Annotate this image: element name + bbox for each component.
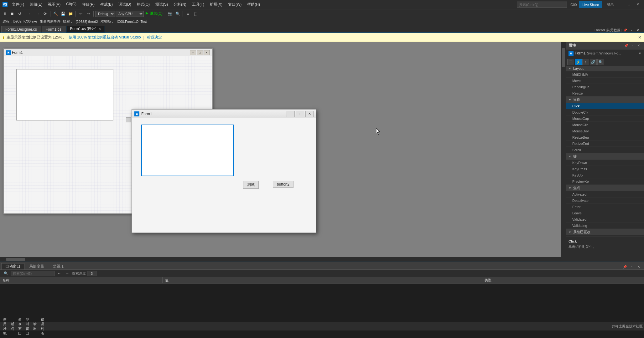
runtime-textbox[interactable] [141, 125, 234, 176]
commandwindow-button[interactable]: 命令窗口 [16, 323, 23, 330]
search-icon-bottom[interactable]: 🔍 [3, 270, 9, 277]
prop-previewke[interactable]: PreviewKe [566, 178, 644, 185]
prop-resizebeg[interactable]: ResizeBeg [566, 134, 644, 141]
properties-pin-button[interactable]: 📌 [623, 43, 629, 49]
bottom-close-button[interactable]: ✕ [636, 264, 641, 269]
menu-help[interactable]: 帮助(H) [245, 1, 262, 8]
section-header-keys[interactable]: ▼ 键 [566, 153, 644, 160]
menu-git[interactable]: Git(G) [64, 1, 79, 8]
maximize-button[interactable]: □ [625, 2, 633, 8]
thread-panel-close[interactable]: ✕ [635, 28, 640, 33]
redo-button[interactable]: ↪ [85, 10, 92, 17]
form1-runtime-window[interactable]: ▣ Form1 ─ □ ✕ 测试 button2 [132, 109, 316, 233]
menu-format[interactable]: 格式(O) [134, 1, 152, 8]
thread-panel-pin[interactable]: 📌 [623, 28, 628, 33]
undo-button[interactable]: ↩ [77, 10, 84, 17]
bottom-tab-localvars[interactable]: 局部变量 [25, 263, 48, 269]
prop-resize[interactable]: Resize [566, 90, 644, 96]
form1-designer-checkbox[interactable] [126, 117, 131, 122]
menu-tools[interactable]: 工具(T) [190, 1, 207, 8]
prop-move[interactable]: Move [566, 78, 644, 84]
info-close-button[interactable]: ✕ [638, 35, 641, 40]
properties-tab-sort[interactable]: ↕ [582, 59, 589, 65]
prop-activated[interactable]: Activated [566, 191, 644, 197]
menu-file[interactable]: 文件(F) [9, 1, 27, 8]
properties-tab-properties[interactable]: 🔗 [590, 59, 597, 65]
minimize-button[interactable]: − [616, 2, 624, 8]
prop-paddingch[interactable]: PaddingCh [566, 84, 644, 90]
prop-enter[interactable]: Enter [566, 204, 644, 210]
bottom-tab-watch1[interactable]: 监视 1 [49, 263, 68, 269]
prop-deactivate[interactable]: Deactivate [566, 197, 644, 204]
callstack-button[interactable]: 调用堆栈 [1, 323, 8, 330]
bottom-pin-button[interactable]: 📌 [622, 264, 628, 269]
form1-runtime-minimize[interactable]: ─ [287, 111, 295, 117]
build-button[interactable]: 🔨 [52, 10, 59, 17]
menu-analyze[interactable]: 分析(N) [171, 1, 189, 8]
indent-button[interactable]: ⬚ [192, 10, 199, 17]
prop-keyup[interactable]: KeyUp [566, 172, 644, 178]
search-depth-input[interactable] [87, 271, 96, 276]
snapshot-button[interactable]: 📷 [167, 10, 174, 17]
back-button[interactable]: ← [27, 10, 34, 17]
tab-form1-designer-cs[interactable]: Form1.Designer.cs [1, 26, 41, 33]
section-header-layout[interactable]: ▼ Layout [566, 66, 644, 71]
form1-designer-minimize[interactable]: ─ [190, 50, 196, 55]
prop-keydown[interactable]: KeyDown [566, 160, 644, 166]
prop-validating[interactable]: Validating [566, 223, 644, 229]
properties-tab-search[interactable]: 🔍 [597, 59, 604, 65]
menu-debug[interactable]: 调试(D) [116, 1, 134, 8]
runtime-button1[interactable]: 测试 [243, 181, 259, 189]
prop-resizeend[interactable]: ResizeEnd [566, 141, 644, 147]
properties-dropdown-icon[interactable]: ▼ [638, 52, 641, 55]
platform-dropdown[interactable]: Any CPU [116, 11, 144, 17]
tab-close-icon[interactable]: ✕ [98, 27, 101, 31]
menu-extensions[interactable]: 扩展(X) [207, 1, 225, 8]
designer-area[interactable]: ▣ Form1 ─ □ ✕ ▣ Form1 ─ □ ✕ [0, 42, 566, 262]
user-login[interactable]: 登录 [607, 2, 614, 7]
menu-window[interactable]: 窗口(W) [226, 1, 244, 8]
form1-designer-textbox[interactable] [16, 69, 113, 120]
bottom-prev-button[interactable]: ← [56, 270, 63, 277]
live-share-button[interactable]: Live Share [579, 1, 602, 8]
properties-float-button[interactable]: ▫ [630, 43, 635, 49]
properties-tab-events[interactable]: ⚡ [575, 59, 582, 65]
tab-form1-cs-design[interactable]: Form1.cs [设计] ✕ [66, 26, 105, 33]
pause-button[interactable]: ⏸ [1, 10, 8, 17]
start-button[interactable]: ▶ 继续(C) [144, 10, 163, 17]
menu-view[interactable]: 视图(V) [45, 1, 63, 8]
debug-config-dropdown[interactable]: Debug [95, 11, 115, 17]
prop-mousecap[interactable]: MouseCap [566, 115, 644, 122]
properties-tab-categories[interactable]: ☰ [567, 59, 574, 65]
bottom-content-area[interactable] [0, 284, 644, 322]
refresh-button[interactable]: ⟳ [42, 10, 49, 17]
info-action2-link[interactable]: 帮我决定 [147, 35, 162, 40]
prop-keypress[interactable]: KeyPress [566, 166, 644, 172]
section-header-propchanged[interactable]: ▼ 属性已更改 [566, 229, 644, 235]
prop-mouseclic[interactable]: MouseClic [566, 122, 644, 128]
menu-build[interactable]: 生成(B) [98, 1, 115, 8]
prop-validated[interactable]: Validated [566, 216, 644, 223]
form1-runtime-maximize[interactable]: □ [296, 111, 304, 117]
properties-close-button[interactable]: ✕ [636, 43, 641, 49]
form1-runtime-close[interactable]: ✕ [305, 111, 314, 117]
align-button[interactable]: ≡ [184, 10, 191, 17]
form1-designer-maximize[interactable]: □ [197, 50, 203, 55]
info-action1-link[interactable]: 使用 100% 缩放比例重新启动 Visual Studio [69, 35, 141, 40]
forward-button[interactable]: → [34, 10, 41, 17]
save-button[interactable]: 💾 [60, 10, 66, 17]
properties-object-selector[interactable]: ▣ Form1 System.Windows.Fo... ▼ [566, 49, 644, 57]
tab-form1-cs[interactable]: Form1.cs [42, 26, 65, 33]
form1-designer-close[interactable]: ✕ [204, 50, 210, 55]
prop-mdichildA[interactable]: MdiChildA [566, 71, 644, 78]
designer-scrollbar-h[interactable] [0, 257, 561, 262]
form1-runtime-body[interactable]: 测试 button2 [132, 118, 316, 233]
menu-test[interactable]: 测试(S) [153, 1, 170, 8]
thread-panel-float[interactable]: ▫ [629, 28, 634, 33]
bottom-float-button[interactable]: ▫ [629, 264, 635, 269]
errorlist-button[interactable]: 错误列表 [39, 323, 46, 330]
bottom-search-input[interactable] [11, 271, 55, 276]
prop-doubleclick[interactable]: DoubleClk [566, 109, 644, 115]
bottom-tab-autowindow[interactable]: 自动窗口 [1, 263, 24, 269]
menu-edit[interactable]: 编辑(E) [27, 1, 45, 8]
